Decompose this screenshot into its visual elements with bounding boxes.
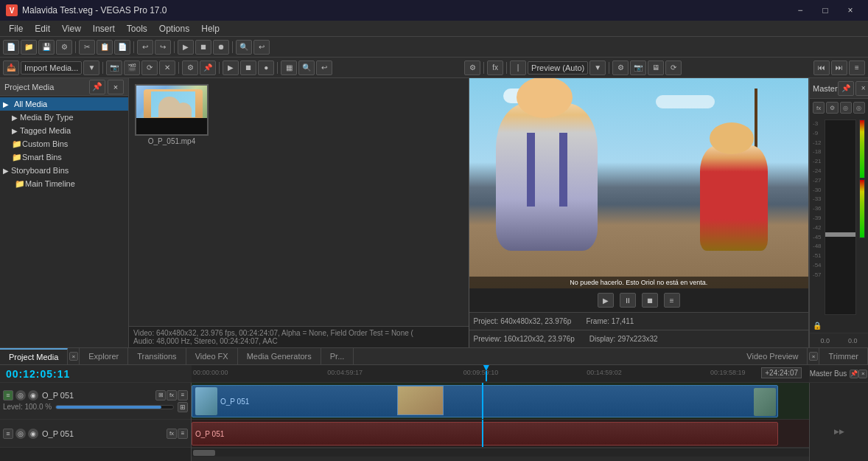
tab-video-preview[interactable]: Video Preview	[738, 348, 808, 364]
track1-icon[interactable]: ≡	[3, 390, 13, 401]
tb2-b1[interactable]: ▼	[83, 60, 99, 75]
close-button[interactable]: ×	[839, 2, 862, 18]
undo2-button[interactable]: ↩	[253, 40, 270, 55]
preview-stop[interactable]: ⏹	[642, 293, 658, 308]
preview-fx[interactable]: fx	[487, 60, 503, 75]
minimize-button[interactable]: −	[788, 2, 812, 18]
redo-button[interactable]: ↪	[155, 40, 171, 55]
tab-explorer[interactable]: Explorer	[80, 348, 128, 364]
master-bus-pin[interactable]: 📌	[850, 370, 858, 378]
tb2-dot[interactable]: ●	[258, 60, 274, 75]
master-skip-back[interactable]: ⏮	[813, 60, 830, 75]
preview-play[interactable]: ▶	[598, 293, 614, 308]
tree-all-media[interactable]: ▶ All Media	[0, 97, 128, 111]
cut-button[interactable]: ✂	[79, 40, 95, 55]
tb2-grid[interactable]: ▦	[281, 60, 297, 75]
maximize-button[interactable]: □	[813, 2, 837, 18]
paste-button[interactable]: 📄	[114, 40, 130, 55]
tab-transitions[interactable]: Transitions	[128, 348, 186, 364]
menu-tools[interactable]: Tools	[121, 22, 153, 35]
menu-insert[interactable]: Insert	[87, 22, 121, 35]
track2-icon3[interactable]: ◉	[28, 429, 38, 439]
open-button[interactable]: 📁	[21, 40, 37, 55]
panel-pin[interactable]: 📌	[89, 80, 105, 94]
tb2-b2[interactable]: 📷	[106, 60, 122, 75]
tab-pr[interactable]: Pr...	[321, 348, 354, 364]
track1-icon2[interactable]: ◎	[15, 390, 26, 401]
import-btn[interactable]: 📥	[3, 60, 19, 75]
tree-smart-bins[interactable]: 📁 Smart Bins	[0, 150, 128, 164]
preview-b1[interactable]: ⚙	[612, 60, 629, 75]
tab-project-media-close[interactable]: ×	[69, 352, 78, 361]
solo-btn[interactable]: ◎	[853, 102, 865, 114]
menu-options[interactable]: Options	[153, 22, 195, 35]
master-pin[interactable]: 📌	[838, 81, 854, 96]
copy-button[interactable]: 📋	[97, 40, 113, 55]
tab-video-fx[interactable]: Video FX	[186, 348, 238, 364]
save-button[interactable]: 💾	[38, 40, 55, 55]
tree-storyboard-bins[interactable]: ▶ Storyboard Bins	[0, 164, 128, 177]
end-time-indicator: +24:24:07	[761, 367, 802, 378]
track2-menu[interactable]: ≡	[3, 429, 13, 439]
fader-handle[interactable]	[825, 232, 855, 237]
tab-media-generators[interactable]: Media Generators	[238, 348, 321, 364]
preview-b2[interactable]: 📷	[630, 60, 646, 75]
preview-b3[interactable]: 🖥	[648, 60, 664, 75]
track1-ctrl3[interactable]: ≡	[178, 390, 188, 401]
stop-button[interactable]: ⏹	[195, 40, 211, 55]
track2-icon2[interactable]: ◎	[15, 429, 26, 439]
tree-media-by-type[interactable]: ▶ Media By Type	[0, 111, 128, 124]
preview-split[interactable]: |	[510, 60, 526, 75]
track1-ctrl1[interactable]: ⊞	[155, 390, 166, 401]
panel-close[interactable]: ×	[108, 80, 124, 94]
tb2-b5[interactable]: ✕	[159, 60, 175, 75]
fader-bar[interactable]	[825, 119, 856, 315]
track2-ctrl2[interactable]: ≡	[178, 429, 188, 439]
master-close[interactable]: ×	[855, 81, 868, 96]
master-skip-fwd[interactable]: ⏭	[831, 60, 847, 75]
video-clip-main[interactable]: O_P 051	[192, 385, 778, 417]
tb2-play[interactable]: ▶	[223, 60, 239, 75]
master-menu[interactable]: ≡	[849, 60, 865, 75]
undo-button[interactable]: ↩	[137, 40, 153, 55]
tb2-b7[interactable]: 📌	[200, 60, 216, 75]
preview-b4[interactable]: ⟳	[665, 60, 682, 75]
preview-menu[interactable]: ≡	[664, 293, 680, 308]
level-lock[interactable]: ⊞	[178, 402, 188, 412]
track1-ctrl2[interactable]: fx	[167, 390, 177, 401]
tb2-b3[interactable]: 🎬	[124, 60, 140, 75]
track1-icon3[interactable]: ◉	[28, 390, 38, 401]
record-button[interactable]: ⏺	[213, 40, 229, 55]
zoom-button[interactable]: 🔍	[236, 40, 252, 55]
preview-pause[interactable]: ⏸	[620, 293, 636, 308]
master-bus-close[interactable]: ×	[858, 370, 867, 378]
menu-view[interactable]: View	[56, 22, 87, 35]
tb2-stop[interactable]: ⏹	[240, 60, 256, 75]
tb2-b4[interactable]: ⟳	[141, 60, 158, 75]
tb2-b6[interactable]: ⚙	[182, 60, 198, 75]
new-button[interactable]: 📄	[3, 40, 19, 55]
level-slider[interactable]	[55, 405, 174, 409]
fx-button[interactable]: fx	[813, 102, 825, 114]
tree-custom-bins[interactable]: 📁 Custom Bins	[0, 137, 128, 150]
preview-settings[interactable]: ⚙	[464, 60, 480, 75]
audio-clip-main[interactable]: O_P 051	[192, 422, 778, 446]
tab-project-media[interactable]: Project Media	[0, 348, 68, 364]
menu-edit[interactable]: Edit	[29, 22, 56, 35]
tab-video-preview-close[interactable]: ×	[809, 352, 818, 361]
media-thumbnail[interactable]: O_P_051.mp4	[135, 84, 209, 320]
settings-fx-btn[interactable]: ⚙	[826, 102, 838, 114]
scroll-thumb[interactable]	[193, 450, 215, 456]
tree-tagged-media[interactable]: ▶ Tagged Media	[0, 124, 128, 137]
play-button[interactable]: ▶	[178, 40, 194, 55]
tb2-zoom[interactable]: 🔍	[298, 60, 315, 75]
track2-ctrl1[interactable]: fx	[167, 429, 177, 439]
menu-file[interactable]: File	[3, 22, 29, 35]
properties-button[interactable]: ⚙	[56, 40, 72, 55]
preview-mode-drop[interactable]: ▼	[589, 60, 606, 75]
tree-main-timeline[interactable]: 📁 Main Timeline	[0, 177, 128, 190]
mute-btn[interactable]: ◎	[840, 102, 852, 114]
menu-help[interactable]: Help	[195, 22, 225, 35]
tb2-undo[interactable]: ↩	[316, 60, 332, 75]
tab-trimmer[interactable]: Trimmer	[819, 348, 868, 364]
